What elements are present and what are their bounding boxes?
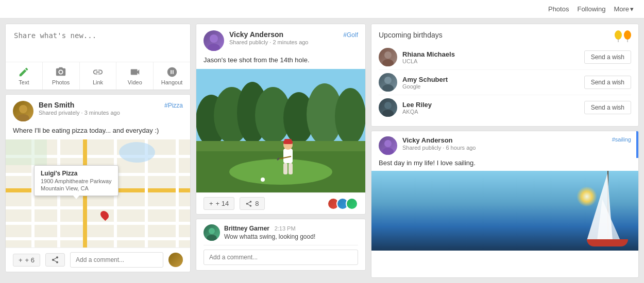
share-icon	[51, 256, 59, 264]
svg-point-3	[210, 34, 218, 43]
svg-point-34	[382, 148, 394, 155]
map-pin	[99, 209, 111, 221]
share-hangout-label: Hangout	[161, 79, 183, 85]
video-icon	[128, 66, 142, 78]
birthday-info: Lee Riley AKQA	[402, 101, 579, 115]
share-actions: Text Photos	[6, 62, 190, 90]
svg-rect-19	[284, 139, 292, 142]
svg-point-4	[208, 44, 220, 51]
birthday-avatar	[379, 48, 397, 66]
share-text-button[interactable]: Text	[6, 62, 43, 90]
nav-photos[interactable]: Photos	[548, 5, 569, 13]
svg-rect-16	[283, 149, 293, 163]
reactor-avatar	[346, 198, 358, 210]
avatar	[204, 30, 224, 51]
send-wish-button[interactable]: Send a wish	[584, 50, 631, 64]
send-wish-button[interactable]: Send a wish	[584, 76, 631, 89]
golf-scene	[196, 69, 365, 192]
birthday-row: Lee Riley AKQA Send a wish	[379, 95, 631, 120]
share-link-button[interactable]: Link	[80, 62, 117, 90]
post-caption: Jason's tee shot from the 14th hole.	[196, 55, 365, 69]
post-author[interactable]: Ben Smith	[39, 101, 183, 109]
birthday-avatar	[379, 73, 397, 92]
sailing-header: Vicky Anderson Shared publicly · 6 hours…	[371, 131, 638, 158]
comment-input-row	[204, 245, 358, 265]
right-column: Upcoming birthdays Rhiana Michaels UCLA	[371, 24, 639, 278]
post-header: Vicky Anderson Shared publicly · 2 minut…	[196, 24, 365, 55]
svg-point-15	[229, 159, 332, 185]
comment-section: Brittney Garner 2:13 PM Wow whatta swing…	[196, 219, 366, 271]
birthday-info: Rhiana Michaels UCLA	[402, 50, 579, 64]
golf-image	[196, 69, 365, 192]
svg-point-32	[382, 110, 394, 117]
post-tag[interactable]: #Pizza	[164, 102, 183, 109]
send-wish-button[interactable]: Send a wish	[584, 101, 631, 114]
svg-point-28	[382, 59, 394, 66]
post-shared-info: Shared publicly · 6 hours ago	[402, 145, 612, 151]
svg-point-0	[59, 70, 62, 74]
comment-author[interactable]: Brittney Garner	[224, 225, 269, 232]
post-map[interactable]: Luigi's Pizza 1900 Amphitheatre Parkway …	[6, 139, 190, 247]
share-hangout-button[interactable]: Hangout	[154, 62, 190, 90]
birthday-row: Rhiana Michaels UCLA Send a wish	[379, 45, 631, 70]
svg-point-12	[335, 88, 365, 145]
post-header: Ben Smith Shared privately · 3 minutes a…	[6, 95, 190, 126]
birthday-org: AKQA	[402, 109, 579, 115]
left-column: Text Photos	[5, 24, 191, 278]
birthday-name: Lee Riley	[402, 101, 579, 109]
share-button[interactable]	[45, 253, 65, 267]
share-photos-button[interactable]: Photos	[43, 62, 80, 90]
plus-button[interactable]: + + 6	[13, 254, 40, 267]
post-tag[interactable]: #sailing	[612, 136, 631, 143]
plus-icon: +	[209, 200, 213, 207]
pencil-icon	[16, 66, 31, 78]
share-input[interactable]	[6, 24, 190, 60]
comment-time: 2:13 PM	[275, 225, 296, 232]
svg-point-27	[384, 51, 392, 59]
comment-input[interactable]	[70, 252, 163, 268]
balloon-icon	[624, 30, 631, 40]
reshare-button[interactable]: 8	[240, 197, 264, 210]
post-meta: Vicky Anderson Shared publicly · 2 minut…	[229, 30, 358, 45]
post-author[interactable]: Vicky Anderson	[402, 136, 612, 144]
boat-hull	[587, 239, 628, 246]
share-link-label: Link	[93, 79, 103, 85]
nav-more[interactable]: More ▾	[614, 5, 634, 13]
birthday-name: Amy Schubert	[402, 76, 579, 83]
post-footer: + + 6	[6, 247, 190, 272]
sail-shape-back	[597, 199, 620, 240]
svg-point-25	[209, 228, 215, 234]
avatar	[379, 136, 397, 155]
accent-bar	[636, 131, 638, 158]
birthdays-card: Upcoming birthdays Rhiana Michaels UCLA	[371, 24, 639, 127]
vicky-golf-post: Vicky Anderson Shared publicly · 2 minut…	[196, 24, 366, 215]
post-author[interactable]: Vicky Anderson	[229, 30, 358, 39]
post-meta: Ben Smith Shared privately · 3 minutes a…	[39, 101, 183, 116]
nav-following[interactable]: Following	[577, 5, 605, 13]
svg-rect-21	[289, 163, 293, 174]
plus-button[interactable]: + + 14	[204, 197, 234, 210]
sailing-image	[371, 171, 638, 251]
share-video-button[interactable]: Video	[116, 62, 154, 90]
plus-icon: +	[19, 256, 23, 264]
birthday-avatar	[379, 98, 397, 117]
share-text-label: Text	[19, 79, 29, 85]
avatar	[204, 224, 220, 241]
svg-point-1	[19, 105, 27, 113]
svg-rect-20	[283, 163, 287, 174]
post-tag[interactable]: #Golf	[343, 31, 358, 39]
svg-point-33	[384, 140, 392, 147]
comment-row: Brittney Garner 2:13 PM Wow whatta swing…	[204, 224, 358, 241]
reshare-icon	[245, 200, 252, 207]
reaction-avatars	[327, 198, 358, 210]
post-shared-info: Shared privately · 3 minutes ago	[39, 110, 183, 116]
birthday-info: Amy Schubert Google	[402, 76, 579, 90]
svg-point-31	[384, 102, 392, 109]
link-icon	[91, 66, 105, 78]
commenter-avatar	[168, 253, 183, 267]
main-layout: Text Photos	[0, 19, 644, 283]
share-box: Text Photos	[5, 24, 191, 90]
chevron-down-icon: ▾	[630, 5, 634, 13]
golf-comment-input[interactable]	[204, 250, 358, 265]
avatar	[13, 101, 33, 121]
